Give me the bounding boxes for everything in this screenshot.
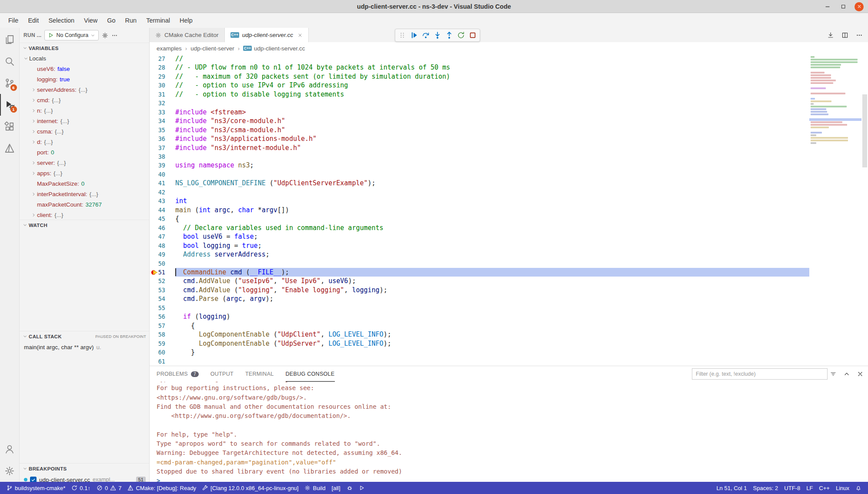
status-cursor-position[interactable]: Ln 51, Col 1	[713, 482, 750, 494]
code-editor[interactable]: 27//28// - UDP flow from n0 to n1 of 102…	[150, 54, 868, 366]
activity-cmake-tools[interactable]	[0, 137, 20, 159]
breakpoint-row[interactable]: udp-client-server.ccexampl...51	[20, 474, 149, 482]
breakpoints-section-header[interactable]: BREAKPOINTS	[20, 463, 149, 474]
status-sync[interactable]: 0.1↑	[68, 482, 93, 494]
status-encoding[interactable]: UTF-8	[781, 482, 803, 494]
status-cmake-status[interactable]: CMake: [Debug]: Ready	[124, 482, 199, 494]
status-build-system[interactable]: buildsystem-cmake*	[3, 482, 68, 494]
status-text: buildsystem-cmake*	[15, 485, 65, 491]
debug-config-dropdown[interactable]: No Configura	[44, 30, 99, 40]
status-build-target[interactable]: [all]	[328, 482, 343, 494]
activity-manage[interactable]	[0, 460, 20, 482]
menu-view[interactable]: View	[79, 13, 102, 28]
close-tab-icon[interactable]	[297, 33, 303, 38]
minimize-button[interactable]	[823, 2, 832, 11]
breadcrumb-item[interactable]: examples	[157, 45, 182, 52]
editor-scrollbar[interactable]	[861, 54, 868, 366]
minimap-line	[811, 121, 842, 123]
status-cmake-debug[interactable]	[344, 482, 356, 494]
watch-section-header[interactable]: WATCH	[20, 220, 149, 230]
variable-row[interactable]: csma:{...}	[20, 126, 149, 137]
split-editor-icon[interactable]	[841, 32, 848, 39]
tab-udp-client-server-cc[interactable]: C++udp-client-server.cc	[225, 28, 309, 42]
continue-button[interactable]	[408, 30, 420, 41]
activity-extensions[interactable]	[0, 116, 20, 137]
variable-row[interactable]: MaxPacketSize:0	[20, 178, 149, 189]
status-cmake-run[interactable]	[356, 482, 368, 494]
step-out-button[interactable]	[444, 30, 455, 41]
debug-console[interactable]: Type "show configuration" for configurat…	[150, 382, 868, 482]
minimap[interactable]	[809, 54, 861, 366]
variable-row[interactable]: apps:{...}	[20, 168, 149, 178]
panel-tab-problems[interactable]: PROBLEMS7	[157, 366, 199, 382]
more-actions-icon[interactable]	[111, 32, 118, 39]
call-stack-frame[interactable]: main(int argc, char ** argv)u.	[20, 342, 149, 352]
status-eol[interactable]: LF	[803, 482, 816, 494]
line-number: 50	[150, 259, 165, 268]
stop-button[interactable]	[467, 30, 478, 41]
activity-search[interactable]	[0, 50, 20, 72]
console-filter-input[interactable]	[692, 368, 828, 380]
step-over-button[interactable]	[420, 30, 431, 41]
menu-go[interactable]: Go	[102, 13, 120, 28]
menu-terminal[interactable]: Terminal	[141, 13, 175, 28]
filter-lines-icon[interactable]	[830, 370, 837, 377]
variable-row[interactable]: maxPacketCount:32767	[20, 199, 149, 210]
menu-run[interactable]: Run	[120, 13, 142, 28]
close-button[interactable]	[855, 2, 864, 11]
menu-file[interactable]: File	[3, 13, 23, 28]
panel-tab-terminal[interactable]: TERMINAL	[245, 366, 274, 382]
variable-row[interactable]: client:{...}	[20, 210, 149, 220]
console-prompt[interactable]: >	[157, 476, 864, 482]
variable-row[interactable]: internet:{...}	[20, 116, 149, 126]
activity-run-and-debug[interactable]: 1	[0, 94, 20, 116]
status-cmake-build[interactable]: Build	[301, 482, 328, 494]
download-icon[interactable]	[827, 32, 834, 39]
variable-row[interactable]: logging:true	[20, 74, 149, 84]
breakpoint-checkbox[interactable]	[30, 477, 37, 482]
variables-scope-row[interactable]: Locals	[20, 53, 149, 63]
activity-accounts[interactable]	[0, 438, 20, 460]
scrollbar-thumb[interactable]	[862, 94, 867, 167]
code-token: (	[230, 286, 238, 294]
maximize-button[interactable]	[839, 2, 848, 11]
variable-row[interactable]: interPacketInterval:{...}	[20, 189, 149, 199]
close-panel-icon[interactable]	[857, 370, 864, 377]
status-problems[interactable]: 07	[93, 482, 124, 494]
close-window-icon	[857, 4, 862, 9]
variables-section-header[interactable]: VARIABLES	[20, 43, 149, 53]
menu-selection[interactable]: Selection	[43, 13, 79, 28]
status-notifications[interactable]	[852, 482, 865, 494]
variable-row[interactable]: serverAddress:{...}	[20, 84, 149, 95]
code-token: #include	[175, 126, 207, 134]
collapse-panel-icon[interactable]	[843, 370, 850, 377]
step-into-button[interactable]	[432, 30, 443, 41]
more-actions-icon[interactable]	[856, 32, 863, 39]
variable-row[interactable]: cmd:{...}	[20, 95, 149, 105]
variable-row[interactable]: port:0	[20, 147, 149, 157]
menu-help[interactable]: Help	[175, 13, 197, 28]
variable-value: {...}	[44, 139, 53, 145]
panel-tab-output[interactable]: OUTPUT	[210, 366, 234, 382]
panel-tab-debug-console[interactable]: DEBUG CONSOLE	[286, 366, 335, 382]
start-debug-icon[interactable]	[48, 32, 54, 38]
status-language-mode[interactable]: C++	[816, 482, 833, 494]
gear-icon[interactable]	[102, 32, 108, 39]
tab-cmake-cache-editor[interactable]: CMake Cache Editor	[150, 28, 225, 42]
status-cmake-kit[interactable]: [Clang 12.0.0 x86_64-pc-linux-gnu]	[199, 482, 301, 494]
variable-row[interactable]: n:{...}	[20, 105, 149, 116]
status-remote-os[interactable]: Linux	[833, 482, 852, 494]
activity-explorer[interactable]	[0, 29, 20, 50]
call-stack-section-header[interactable]: CALL STACKPAUSED ON BREAKPOINT	[20, 331, 149, 341]
variable-row[interactable]: d:{...}	[20, 137, 149, 147]
menu-edit[interactable]: Edit	[23, 13, 43, 28]
breadcrumb-item[interactable]: C++udp-client-server.cc	[243, 45, 305, 52]
status-indentation[interactable]: Spaces: 2	[750, 482, 781, 494]
code-token: // - maximum of 320 packets sent (or lim…	[175, 73, 450, 80]
restart-button[interactable]	[455, 30, 467, 41]
activity-source-control[interactable]: 6	[0, 72, 20, 94]
variable-row[interactable]: server:{...}	[20, 157, 149, 168]
line-number: 55	[150, 304, 165, 312]
breadcrumb-item[interactable]: udp-client-server	[190, 45, 234, 52]
variable-row[interactable]: useV6:false	[20, 63, 149, 74]
